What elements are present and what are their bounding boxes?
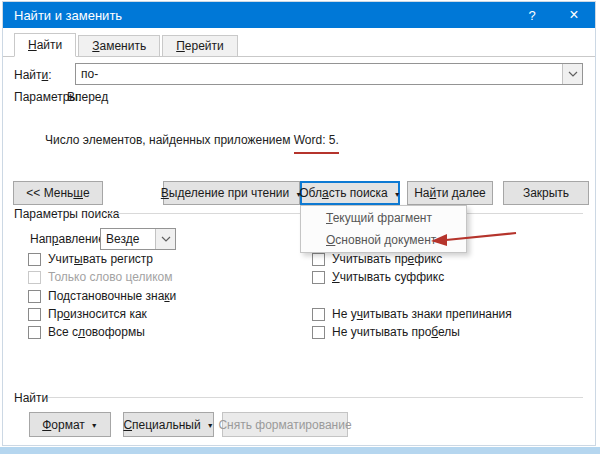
result-count: Word: 5. bbox=[294, 133, 339, 154]
less-button[interactable]: << Меньше bbox=[13, 181, 103, 205]
dropdown-arrow-icon: ▼ bbox=[91, 422, 98, 429]
checkbox-icon bbox=[312, 253, 325, 266]
direction-label: Направление: bbox=[30, 232, 108, 246]
checkbox-icon bbox=[28, 326, 41, 339]
close-icon[interactable]: × bbox=[553, 2, 595, 28]
tab-find[interactable]: Найти bbox=[14, 33, 76, 57]
checkbox-sounds-like[interactable]: Произносится как bbox=[28, 307, 147, 321]
checkbox-icon bbox=[312, 271, 325, 284]
group-divider bbox=[48, 397, 583, 398]
checkbox-icon bbox=[28, 253, 41, 266]
direction-select[interactable]: Везде bbox=[100, 228, 176, 250]
dropdown-arrow-icon: ▼ bbox=[207, 422, 214, 429]
checkbox-match-prefix[interactable]: Учитывать префикс bbox=[312, 252, 442, 266]
find-group-label: Найти bbox=[14, 391, 48, 405]
search-params-group-label: Параметры поиска bbox=[14, 207, 119, 221]
tab-goto[interactable]: Перейти bbox=[162, 35, 238, 56]
checkbox-icon bbox=[28, 308, 41, 321]
checkbox-icon bbox=[28, 271, 41, 284]
checkbox-icon bbox=[28, 290, 41, 303]
checkbox-ignore-punctuation[interactable]: Не учитывать знаки препинания bbox=[312, 307, 512, 321]
dropdown-arrow-icon: ▼ bbox=[394, 191, 401, 198]
find-replace-dialog: Найти и заменить ? × Найти Заменить Пере… bbox=[2, 1, 596, 446]
search-scope-button[interactable]: Область поиска▼ bbox=[300, 181, 400, 205]
close-button[interactable]: Закрыть bbox=[503, 181, 589, 205]
find-next-button[interactable]: Найти далее bbox=[407, 181, 493, 205]
result-message: Число элементов, найденных приложением W… bbox=[45, 133, 339, 154]
dialog-title: Найти и заменить bbox=[3, 8, 511, 23]
checkbox-wildcards[interactable]: Подстановочные знаки bbox=[28, 289, 176, 303]
find-input[interactable]: по- bbox=[75, 63, 583, 85]
checkbox-match-case[interactable]: Учитывать регистр bbox=[28, 252, 153, 266]
menu-item-current-fragment[interactable]: Текущий фрагмент bbox=[301, 207, 466, 229]
chevron-down-icon[interactable] bbox=[562, 64, 582, 84]
parameters-value: Вперед bbox=[67, 90, 108, 104]
reading-highlight-button[interactable]: Выделение при чтении▼ bbox=[163, 181, 300, 205]
find-label: Найти: bbox=[14, 68, 52, 82]
checkbox-icon bbox=[312, 308, 325, 321]
find-input-value: по- bbox=[76, 64, 562, 84]
special-button[interactable]: Специальный▼ bbox=[123, 412, 214, 437]
titlebar: Найти и заменить ? × bbox=[3, 2, 595, 28]
checkbox-word-forms[interactable]: Все словоформы bbox=[28, 325, 145, 339]
help-icon[interactable]: ? bbox=[511, 2, 553, 28]
tab-replace[interactable]: Заменить bbox=[78, 35, 160, 56]
checkbox-whole-words: Только слово целиком bbox=[28, 270, 173, 284]
checkbox-match-suffix[interactable]: Учитывать суффикс bbox=[312, 270, 444, 284]
chevron-down-icon[interactable] bbox=[155, 229, 175, 249]
tab-strip: Найти Заменить Перейти bbox=[3, 32, 595, 57]
checkbox-icon bbox=[312, 326, 325, 339]
format-button[interactable]: Формат▼ bbox=[29, 412, 111, 437]
window-shadow-strip bbox=[0, 447, 600, 454]
direction-value: Везде bbox=[101, 229, 155, 249]
annotation-arrow-icon bbox=[430, 230, 518, 249]
remove-formatting-button: Снять форматирование bbox=[222, 412, 348, 437]
checkbox-ignore-whitespace[interactable]: Не учитывать пробелы bbox=[312, 325, 460, 339]
